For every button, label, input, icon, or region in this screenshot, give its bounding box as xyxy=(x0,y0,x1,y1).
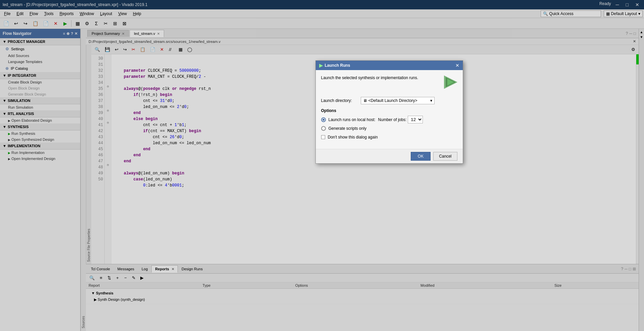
dialog-description-text: Launch the selected synthesis or impleme… xyxy=(321,75,418,80)
vivado-logo xyxy=(444,75,457,92)
launch-directory-value: <Default Launch Directory> xyxy=(368,98,417,103)
local-host-label: Launch runs on local host: xyxy=(329,117,376,122)
launch-directory-row: Launch directory: 🖥 <Default Launch Dire… xyxy=(321,97,457,104)
num-jobs-container: Number of jobs: 1 2 4 6 8 12 16 xyxy=(378,116,423,123)
dir-icon: 🖥 xyxy=(363,98,367,103)
dont-show-label: Don't show this dialog again xyxy=(328,135,378,140)
num-jobs-label: Number of jobs: xyxy=(378,117,407,122)
dialog-body: Launch the selected synthesis or impleme… xyxy=(316,70,463,149)
dialog-buttons: OK Cancel xyxy=(316,149,463,163)
ok-button[interactable]: OK xyxy=(411,152,431,161)
dialog-close-button[interactable]: ✕ xyxy=(455,63,459,68)
dropdown-chevron: ▾ xyxy=(430,98,432,103)
dialog-title-content: ▶ Launch Runs xyxy=(319,63,350,68)
options-label: Options xyxy=(321,108,457,113)
launch-runs-dialog: ▶ Launch Runs ✕ Launch the selected synt… xyxy=(315,60,463,164)
radio-local-host[interactable] xyxy=(321,117,326,122)
dialog-overlay: ▶ Launch Runs ✕ Launch the selected synt… xyxy=(0,0,644,331)
launch-directory-dropdown[interactable]: 🖥 <Default Launch Directory> ▾ xyxy=(361,97,435,104)
radio-scripts-only[interactable] xyxy=(321,126,326,131)
num-jobs-select[interactable]: 1 2 4 6 8 12 16 xyxy=(408,116,423,123)
launch-directory-label: Launch directory: xyxy=(321,98,358,103)
dialog-titlebar: ▶ Launch Runs ✕ xyxy=(316,61,463,70)
dont-show-checkbox[interactable] xyxy=(321,135,325,139)
dialog-title-label: Launch Runs xyxy=(325,63,350,68)
cancel-button[interactable]: Cancel xyxy=(433,152,457,161)
local-host-row: Launch runs on local host: Number of job… xyxy=(321,116,457,123)
scripts-only-row: Generate scripts only xyxy=(321,126,457,131)
options-section: Options Launch runs on local host: Numbe… xyxy=(321,108,457,131)
dialog-description-row: Launch the selected synthesis or impleme… xyxy=(321,75,457,92)
scripts-only-label: Generate scripts only xyxy=(329,126,366,131)
dont-show-row: Don't show this dialog again xyxy=(321,135,457,140)
dialog-vivado-icon: ▶ xyxy=(319,63,323,68)
